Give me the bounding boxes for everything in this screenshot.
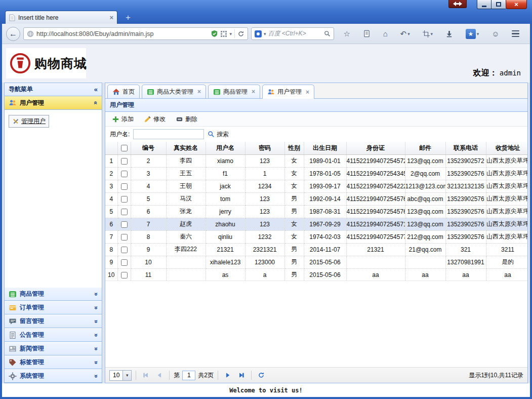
row-checkbox-cell[interactable] — [117, 256, 131, 268]
row-checkbox[interactable] — [121, 183, 128, 190]
add-button[interactable]: 添加 — [109, 113, 136, 125]
tab-close-icon[interactable]: × — [109, 14, 113, 21]
collapse-sidebar-icon[interactable]: « — [94, 86, 98, 93]
sidebar-section-tags[interactable]: 标签管理 « — [5, 355, 102, 369]
column-header-phone[interactable]: 联系电话 — [445, 142, 486, 154]
sidebar-section-goods[interactable]: 商品管理 « — [5, 287, 102, 301]
tab-close-icon[interactable]: × — [306, 89, 309, 96]
tab-category-manage[interactable]: 商品大类管理 × — [142, 85, 206, 98]
edit-button[interactable]: 修改 — [141, 113, 168, 125]
chevron-down-icon[interactable]: « — [93, 374, 100, 378]
delete-button[interactable]: 删除 — [173, 113, 200, 125]
url-text[interactable]: http://localhost:8080/Ebuy/admin/main.js… — [36, 30, 208, 37]
column-header-password[interactable]: 密码 — [245, 142, 284, 154]
tab-user-manage[interactable]: 用户管理 × — [262, 85, 314, 99]
chevron-down-icon[interactable]: « — [93, 306, 100, 309]
maximize-button[interactable] — [492, 0, 506, 9]
column-header-birthday[interactable]: 出生日期 — [304, 142, 346, 154]
minimize-button[interactable] — [477, 0, 492, 9]
column-header-email[interactable]: 邮件 — [405, 142, 445, 154]
browser-search-placeholder[interactable]: 百度 <Ctrl+K> — [268, 29, 322, 38]
browser-search-bar[interactable]: ▾ 百度 <Ctrl+K> — [251, 27, 334, 40]
column-header-username[interactable]: 用户名 — [206, 142, 245, 154]
sidebar-section-news[interactable]: 新闻管理 « — [5, 342, 102, 355]
table-row[interactable]: 12李四xiamo123女1989-01-0141152219940725457… — [105, 154, 527, 167]
row-checkbox[interactable] — [121, 209, 128, 215]
browser-tab[interactable]: Insert title here × — [5, 11, 117, 24]
row-checkbox[interactable] — [121, 196, 128, 203]
row-checkbox-cell[interactable] — [117, 243, 131, 256]
url-bar[interactable]: http://localhost:8080/Ebuy/admin/main.js… — [23, 27, 248, 40]
chevron-down-icon[interactable]: « — [93, 347, 100, 350]
row-checkbox-cell[interactable] — [117, 192, 131, 205]
row-checkbox[interactable] — [121, 247, 128, 253]
row-checkbox-cell[interactable] — [117, 205, 131, 218]
row-checkbox-cell[interactable] — [117, 154, 131, 167]
manage-users-link[interactable]: 管理用户 — [9, 115, 49, 128]
chevron-up-icon[interactable]: « — [93, 101, 100, 105]
chevron-down-icon[interactable]: « — [93, 361, 100, 364]
tab-home[interactable]: 首页 — [107, 85, 140, 98]
table-row[interactable]: 34王朝jack1234女1993-09-1741152219940725422… — [105, 180, 527, 192]
row-checkbox[interactable] — [121, 272, 128, 278]
page-number-input[interactable] — [182, 371, 195, 380]
new-tab-button[interactable]: + — [121, 12, 135, 23]
qr-grid-icon[interactable] — [221, 31, 227, 37]
column-header-id[interactable]: 编号 — [131, 142, 166, 154]
tab-close-icon[interactable]: × — [252, 88, 255, 95]
page-size-select[interactable]: 10 ▾ — [109, 370, 132, 381]
search-engine-icon[interactable] — [255, 30, 262, 37]
chevron-down-icon[interactable]: « — [93, 292, 100, 296]
close-window-button[interactable]: × — [506, 0, 527, 9]
titlebar[interactable]: × Insert title here × + — [0, 0, 532, 24]
row-checkbox-cell[interactable] — [117, 180, 131, 192]
feedback-smiley-icon[interactable]: ☺ — [492, 29, 499, 38]
next-page-button[interactable] — [222, 370, 233, 381]
sidebar-section-notices[interactable]: 公告管理 « — [5, 328, 102, 342]
downloads-button[interactable] — [445, 30, 453, 37]
table-row[interactable]: 89李四222213212321321男2014-11-072132121@qq… — [105, 243, 527, 256]
search-engine-dropdown-icon[interactable]: ▾ — [264, 31, 266, 36]
sidebar-section-system[interactable]: 系统管理 « — [5, 369, 102, 383]
back-button[interactable]: ← — [6, 27, 20, 41]
table-row[interactable]: 56张龙jerry123男1987-08-3141152219940725457… — [105, 205, 527, 218]
row-checkbox[interactable] — [121, 158, 128, 165]
table-row[interactable]: 67赵虎zhaohu123女1967-09-294115221994072545… — [105, 218, 527, 230]
bookmark-star-icon[interactable]: ☆ — [343, 29, 350, 38]
sidebar-section-messages[interactable]: 留言管理 « — [5, 314, 102, 328]
prev-page-button[interactable] — [154, 370, 165, 381]
page-size-dropdown-icon[interactable]: ▾ — [122, 371, 131, 380]
table-row[interactable]: 45马汉tom123男1992-09-14411522199407254576a… — [105, 192, 527, 205]
table-row[interactable]: 910xihalele123123000男2015-05-06132709819… — [105, 256, 527, 268]
row-checkbox-cell[interactable] — [117, 268, 131, 281]
column-header-gender[interactable]: 性别 — [284, 142, 304, 154]
row-checkbox-cell[interactable] — [117, 218, 131, 230]
sidebar-section-orders[interactable]: 订单管理 « — [5, 301, 102, 314]
screenshot-button[interactable]: ▾ — [423, 30, 433, 37]
row-checkbox-cell[interactable] — [117, 230, 131, 243]
last-page-button[interactable] — [236, 370, 247, 381]
username-search-input[interactable] — [133, 129, 204, 139]
reading-list-icon[interactable] — [363, 30, 371, 37]
search-button[interactable]: 搜索 — [208, 130, 229, 139]
table-row[interactable]: 78秦六qinliu1232女1974-02-03411522199407254… — [105, 230, 527, 243]
titlebar-arrows-button[interactable] — [448, 0, 467, 8]
menu-icon[interactable] — [512, 30, 519, 37]
reload-icon[interactable] — [237, 30, 244, 37]
column-header-idcard[interactable]: 身份证 — [346, 142, 405, 154]
row-checkbox[interactable] — [121, 171, 128, 177]
tab-goods-manage[interactable]: 商品管理 × — [208, 85, 260, 98]
column-header-address[interactable]: 收货地址 — [486, 142, 527, 154]
table-row[interactable]: 23王五f11女1978-01-054115221994072543452@qq… — [105, 167, 527, 180]
security-shield-icon[interactable] — [211, 30, 218, 37]
row-checkbox[interactable] — [121, 234, 128, 241]
row-checkbox[interactable] — [121, 221, 128, 228]
row-checkbox[interactable] — [121, 259, 128, 266]
first-page-button[interactable] — [140, 370, 151, 381]
select-all-checkbox[interactable] — [121, 145, 128, 151]
row-checkbox-cell[interactable] — [117, 167, 131, 180]
column-header-realname[interactable]: 真实姓名 — [166, 142, 206, 154]
bookmarks-menu-button[interactable]: ★ ▾ — [466, 29, 479, 39]
history-button[interactable]: ↶ ▾ — [400, 29, 410, 38]
refresh-button[interactable] — [256, 370, 267, 381]
